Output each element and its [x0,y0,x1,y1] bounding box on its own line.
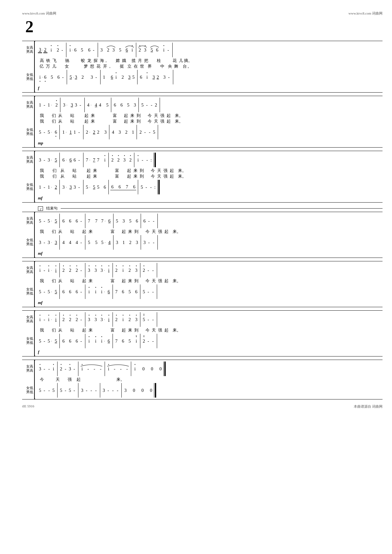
note: 3 [74,75,78,80]
note: 6 [68,289,72,295]
note: i [94,338,98,344]
note: i [38,75,42,80]
barline [98,43,98,57]
note: 6 [43,75,47,80]
barline [78,383,78,398]
note: 6 [69,157,73,163]
note: 6 [75,218,79,224]
note: 6 [68,218,72,224]
note: 5 [69,75,73,80]
lyric-7-high: 今 天 强 起 来。 [22,377,383,382]
note: 3 [90,75,94,80]
note: i [54,268,58,273]
barline [109,125,109,139]
bracket-2 [34,96,35,147]
note: 5 [118,47,122,53]
note: 5 [142,317,146,322]
barline [85,263,85,277]
note: 6 [61,289,65,295]
note: 2 [59,366,63,372]
barline [134,153,134,167]
note: 0 [132,388,136,393]
note: 0 [141,366,145,372]
footer: tIE 5916 本曲谱源自 词曲网 [22,404,383,409]
note: 3 [115,240,119,245]
barline [157,214,158,228]
note: 3 [70,102,74,108]
note: 3 [123,388,127,393]
note: 6 [73,157,77,163]
note: i [136,157,140,163]
note: i [94,289,98,295]
notes-5-low: 5 - 5· 5 6 6 6 - i i i· 6 [38,284,383,300]
note: 3 [134,317,138,322]
note: 2 [138,47,142,53]
note: 2 [96,130,100,135]
notes-4-low: 3 - 3· 3 4 4 4 - 5 5 5· 4 [38,234,383,250]
note: 5 [142,289,146,295]
notes-3-low: 1 - 1· 2 3· 3 3 - 5· 5 5 6 [38,179,383,195]
barline [157,263,157,277]
jieju-label: 结束句 [46,206,58,211]
note: 2 [75,317,79,322]
note: 5 [152,130,156,135]
note: i [47,268,51,273]
barline [78,362,78,376]
lyric-4-high: 我 们 从 站 起 来 富 起 来 到 今 天 强 起 来。 [22,229,383,234]
note: 3 [143,240,147,245]
label-4-high: 女高男高 [22,213,34,229]
barline [85,214,85,228]
final-bar-end-2 [154,383,156,398]
note: i [145,75,149,80]
label-5-high: 女高男高 [22,262,34,278]
note: 4 [75,240,79,245]
notes-femhigh-1: 3· 2 i 2 - i· 6 5 6 - 3 [38,42,383,58]
note: 5 [68,388,72,393]
lyric-1-high2: 亿 万 儿 女 梦 想 花 开， 挺 立 在 世 界 中 央 舞 台。 [22,64,383,69]
note: 3 [102,388,106,393]
note: 3 [143,47,147,53]
note: 5 [59,388,63,393]
top-bar: www.ktvc8.com 词曲网 www.ktvc8.com 词曲网 [22,11,383,16]
lyric-3-high: 我 们 从 站 起 来 富 起 来 到 今 天 强 起 来。 [22,168,383,174]
row-5-low: 女低男低 5 - 5· 5 6 6 6 - i i i· [22,284,383,300]
note: 2 [156,75,160,80]
barline [84,98,85,112]
label-7-high: 女高男高 [22,361,34,377]
note: 5 [128,289,132,295]
note: 5 [54,289,58,295]
lyric-1-high: 高 铁 飞 驰 蛟 龙 探 海， 嫦 娥 揽 月 把 桂 花 儿 摘。 [22,58,383,64]
barline [59,125,60,139]
barline [83,180,83,194]
barline [137,125,137,139]
note: 2 [43,47,47,53]
note: 2 [81,75,85,80]
barline [100,383,100,398]
note: 5 [128,338,132,344]
note: 3 [135,240,139,245]
note: 2 [75,268,79,273]
note: 2 [106,47,110,53]
note: 6 [75,338,79,344]
dynamic-mp: mp [38,140,383,146]
note: 7 [85,157,89,163]
barline [157,334,157,348]
note: i [87,289,91,295]
note: i [47,317,51,322]
barline [137,70,138,84]
footer-code: tIE 5916 [22,404,34,409]
note: 6 [135,218,139,224]
row-4-low: 女低男低 3 - 3· 3 4 4 4 - 5 5 5· [22,234,383,250]
note: 0 [150,366,154,372]
note: 5 [87,240,91,245]
note: 3 [74,102,78,108]
barline [113,263,113,277]
note: i [38,317,42,322]
note: 2 [56,47,60,53]
notes-4-high: 5 - 5· 5 6 6 6 - 7 7 7· 6 [38,213,383,229]
note: 3 [127,75,132,80]
note: 2 [92,130,96,135]
note: 7 [92,157,96,163]
note: i [121,268,125,273]
note: 3 [68,366,72,372]
